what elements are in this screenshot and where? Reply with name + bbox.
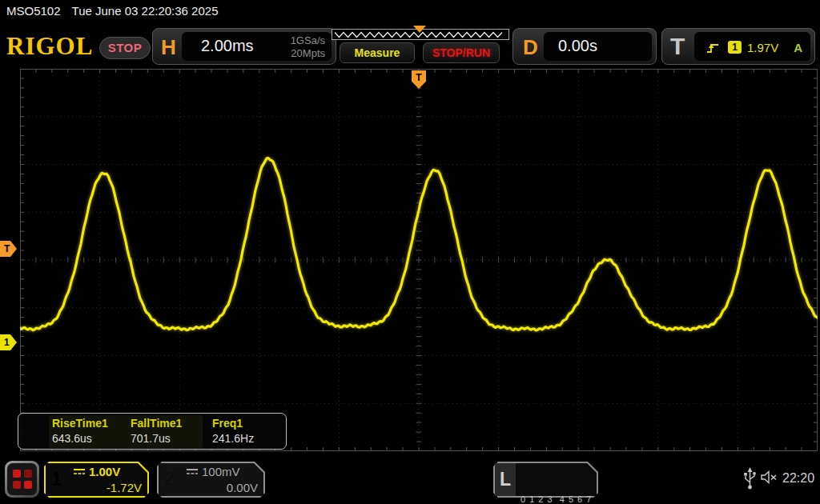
clock: 22:20 — [782, 471, 814, 486]
horizontal-values: 2.00ms 1GSa/s 20Mpts — [182, 32, 332, 61]
rigol-logo: RIGOL — [6, 32, 93, 61]
delay-values: 0.00s — [544, 32, 652, 61]
timebase-value: 2.00ms — [201, 37, 254, 55]
trigger-sweep-mode: A — [794, 41, 802, 54]
acquisition-status-button[interactable]: STOP — [99, 37, 151, 59]
dc-coupling-icon — [186, 467, 199, 476]
memory-position-pointer-icon — [413, 26, 426, 33]
waveform-display — [20, 69, 818, 451]
horizontal-panel[interactable]: H 2.00ms 1GSa/s 20Mpts — [152, 28, 336, 65]
windows-menu-button[interactable] — [5, 461, 39, 498]
measurement-risetime: RiseTime1 643.6us — [52, 417, 129, 445]
channel1-scale: 1.00V — [73, 465, 120, 478]
oscilloscope-screen: MSO5102Tue June 03 22:20:36 2025 RIGOL S… — [0, 0, 820, 504]
model-name: MSO5102 — [6, 4, 61, 18]
sample-rate: 1GSa/s 20Mpts — [291, 34, 325, 59]
delay-panel[interactable]: D 0.00s — [512, 28, 657, 65]
logic-analyzer-label: L — [495, 463, 516, 496]
stop-run-button[interactable]: STOP/RUN — [423, 42, 500, 63]
channel2-status[interactable]: 2 100mV 0.00V — [157, 462, 265, 498]
channel2-number: 2 — [159, 463, 180, 496]
top-info-bar: MSO5102Tue June 03 22:20:36 2025 — [6, 4, 218, 18]
speaker-muted-icon[interactable] — [761, 470, 778, 484]
delay-value: 0.00s — [558, 37, 597, 55]
delay-label: D — [523, 35, 538, 60]
trigger-panel[interactable]: T 1 1.97V A — [661, 28, 815, 65]
datetime: Tue June 03 22:20:36 2025 — [72, 4, 219, 18]
channel1-ground-marker[interactable]: 1 — [0, 334, 17, 350]
measurement-freq: Freq1 241.6Hz — [212, 417, 289, 445]
trigger-source-badge: 1 — [728, 41, 742, 54]
measure-button[interactable]: Measure — [340, 42, 415, 63]
channel1-offset: -1.72V — [107, 481, 142, 494]
measurement-results-box[interactable]: RiseTime1 643.6us FallTime1 701.7us Freq… — [18, 413, 287, 450]
dc-coupling-icon — [73, 467, 86, 476]
measurement-falltime: FallTime1 701.7us — [131, 417, 207, 445]
windows-grid-icon — [7, 463, 37, 495]
trigger-level-marker[interactable]: T — [0, 241, 17, 257]
horizontal-label: H — [161, 35, 176, 60]
channel2-scale: 100mV — [186, 465, 240, 478]
channel1-number: 1 — [46, 463, 67, 496]
trigger-label: T — [670, 33, 685, 60]
trigger-slope-icon — [705, 41, 720, 55]
channel1-status[interactable]: 1 1.00V -1.72V — [44, 462, 149, 498]
channel2-offset: 0.00V — [227, 481, 258, 494]
usb-icon — [743, 466, 757, 490]
logic-channel-numbers: 0 1 2 3 4 5 6 7 8 9 1011 12131415 — [521, 466, 609, 504]
logic-analyzer-status[interactable]: L 0 1 2 3 4 5 6 7 8 9 1011 12131415 — [493, 462, 598, 498]
trigger-values: 1 1.97V A — [694, 32, 810, 61]
trigger-level-value: 1.97V — [747, 41, 778, 54]
